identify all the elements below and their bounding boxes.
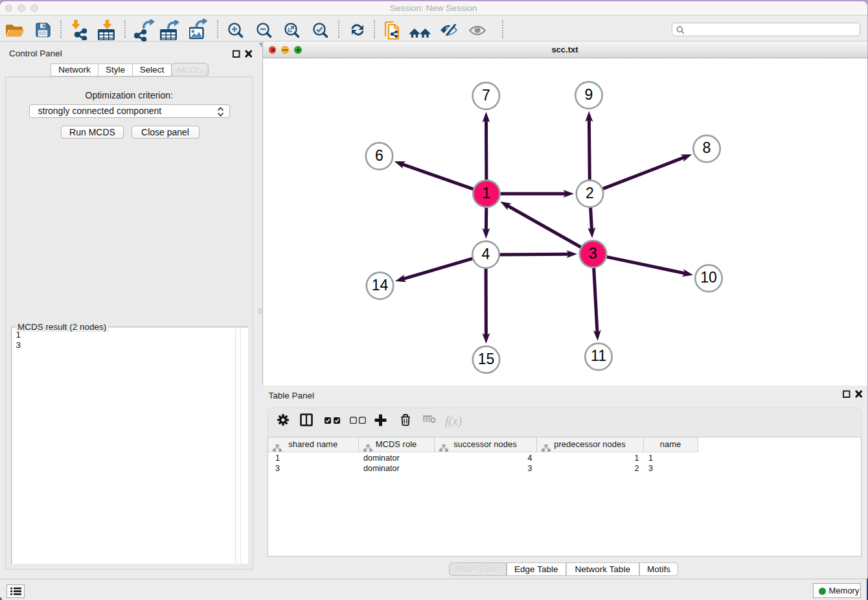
svg-text:14: 14: [371, 277, 388, 294]
svg-text:1: 1: [482, 185, 490, 202]
svg-text:3: 3: [589, 245, 597, 262]
svg-text:6: 6: [375, 147, 383, 164]
svg-text:2: 2: [586, 185, 594, 202]
svg-text:10: 10: [700, 269, 717, 286]
svg-text:7: 7: [481, 87, 490, 104]
svg-text:9: 9: [584, 86, 593, 103]
svg-text:8: 8: [702, 139, 711, 156]
svg-text:15: 15: [477, 351, 494, 367]
svg-text:11: 11: [591, 347, 606, 364]
svg-text:4: 4: [481, 246, 490, 262]
